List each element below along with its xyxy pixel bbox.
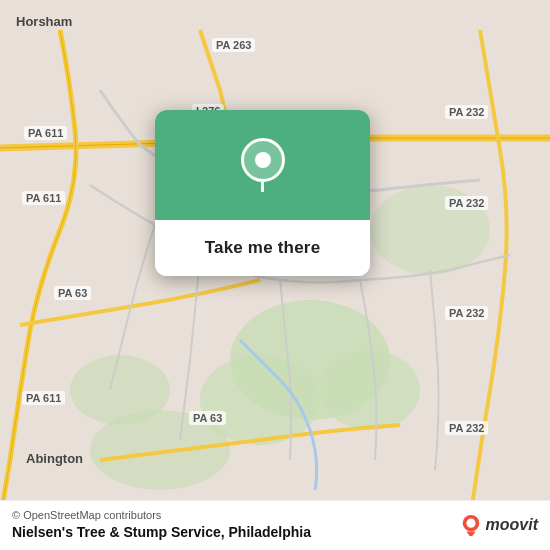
road-label-pa232-1: PA 232 xyxy=(445,105,488,119)
city-label-horsham: Horsham xyxy=(16,14,72,29)
road-label-pa232-3: PA 232 xyxy=(445,306,488,320)
road-label-pa232-4: PA 232 xyxy=(445,421,488,435)
moovit-icon xyxy=(460,514,482,536)
bottom-bar: © OpenStreetMap contributors Nielsen's T… xyxy=(0,500,550,550)
svg-point-3 xyxy=(320,350,420,430)
road-label-pa232-2: PA 232 xyxy=(445,196,488,210)
svg-point-8 xyxy=(466,519,475,528)
take-me-there-button[interactable]: Take me there xyxy=(155,220,370,276)
moovit-text: moovit xyxy=(486,516,538,534)
location-pin xyxy=(241,138,285,192)
road-label-pa611-1: PA 611 xyxy=(24,126,67,140)
road-label-pa63-1: PA 63 xyxy=(54,286,91,300)
road-label-pa63-2: PA 63 xyxy=(189,411,226,425)
pin-inner xyxy=(255,152,271,168)
pin-tail xyxy=(261,182,264,192)
road-label-pa263: PA 263 xyxy=(212,38,255,52)
road-label-pa611-3: PA 611 xyxy=(22,391,65,405)
popup-card: Take me there xyxy=(155,110,370,276)
map-container: PA 263 I 276 PA 611 PA 611 PA 611 PA 63 … xyxy=(0,0,550,550)
city-label-abington: Abington xyxy=(26,451,83,466)
moovit-logo: moovit xyxy=(460,514,538,536)
popup-map-preview xyxy=(155,110,370,220)
pin-circle xyxy=(241,138,285,182)
road-label-pa611-2: PA 611 xyxy=(22,191,65,205)
